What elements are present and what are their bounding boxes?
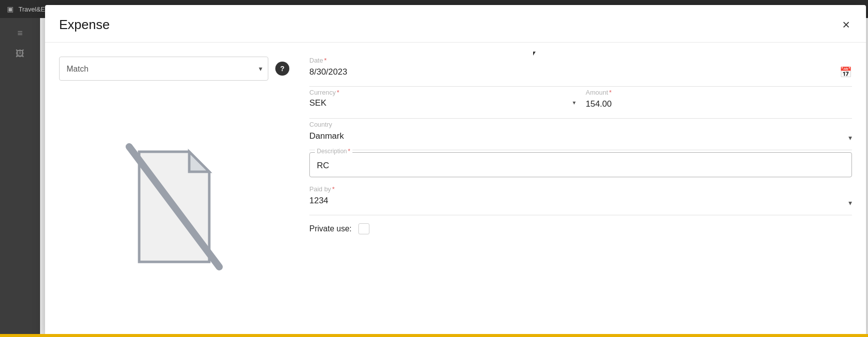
- amount-label: Amount *: [586, 89, 852, 96]
- currency-field: Currency * SEK ▾: [309, 89, 576, 110]
- date-field: Date * 8/30/2023: [309, 57, 347, 78]
- amount-field: Amount * 154.00: [586, 89, 852, 110]
- calendar-icon[interactable]: 📅: [839, 66, 852, 78]
- modal-body: Match ▾ ?: [45, 43, 866, 337]
- date-value[interactable]: 8/30/2023: [309, 66, 347, 78]
- paid-by-required: *: [332, 185, 334, 193]
- paid-by-field: Paid by * 1234: [309, 185, 334, 207]
- currency-select[interactable]: SEK: [309, 98, 339, 108]
- country-field-group: Country Danmark ▾: [309, 121, 852, 151]
- modal-title: Expense: [59, 17, 110, 33]
- match-row: Match ▾ ?: [59, 57, 289, 81]
- date-required: *: [324, 57, 326, 64]
- app-icon: ▣: [7, 5, 14, 13]
- paid-by-value: 1234: [309, 195, 334, 207]
- private-use-checkbox[interactable]: [358, 223, 369, 234]
- no-receipt-area: [59, 91, 289, 323]
- country-field: Country Danmark: [309, 121, 344, 142]
- date-label: Date *: [309, 57, 347, 64]
- currency-required: *: [337, 89, 339, 96]
- sidebar-icon-1: ≡: [18, 28, 23, 39]
- no-receipt-icon: [119, 137, 229, 277]
- match-select[interactable]: Match: [59, 57, 268, 81]
- private-use-row: Private use:: [309, 217, 852, 234]
- date-field-group: Date * 8/30/2023 📅: [309, 57, 852, 87]
- left-panel: Match ▾ ?: [59, 57, 289, 323]
- close-button[interactable]: ×: [840, 16, 852, 33]
- amount-value[interactable]: 154.00: [586, 98, 852, 110]
- paid-by-dropdown-arrow[interactable]: ▾: [848, 199, 852, 207]
- help-button[interactable]: ?: [275, 62, 289, 76]
- country-value: Danmark: [309, 130, 344, 142]
- expense-modal: Expense × Match ▾ ?: [45, 5, 866, 337]
- country-label: Country: [309, 121, 344, 128]
- currency-select-wrapper[interactable]: SEK ▾: [309, 98, 576, 108]
- description-required: *: [348, 148, 350, 155]
- modal-header: Expense ×: [45, 5, 866, 43]
- currency-dropdown-arrow: ▾: [573, 99, 576, 106]
- paid-by-label: Paid by *: [309, 185, 334, 193]
- sidebar-icon-2: 🖼: [16, 49, 25, 59]
- private-use-label: Private use:: [309, 224, 351, 233]
- country-dropdown-arrow[interactable]: ▾: [848, 134, 852, 142]
- sidebar: ≡ 🖼: [0, 18, 40, 337]
- amount-required: *: [609, 89, 612, 96]
- description-label: Description *: [315, 148, 352, 155]
- currency-amount-row: Currency * SEK ▾ Amount * 154: [309, 89, 852, 119]
- description-value[interactable]: RC: [317, 161, 844, 171]
- match-select-wrapper[interactable]: Match ▾: [59, 57, 268, 81]
- currency-label: Currency *: [309, 89, 576, 96]
- right-panel: Date * 8/30/2023 📅 Currency *: [309, 57, 852, 323]
- bottom-bar: [0, 334, 868, 337]
- description-field-group[interactable]: Description * RC: [309, 152, 852, 177]
- paid-by-field-group: Paid by * 1234 ▾: [309, 185, 852, 215]
